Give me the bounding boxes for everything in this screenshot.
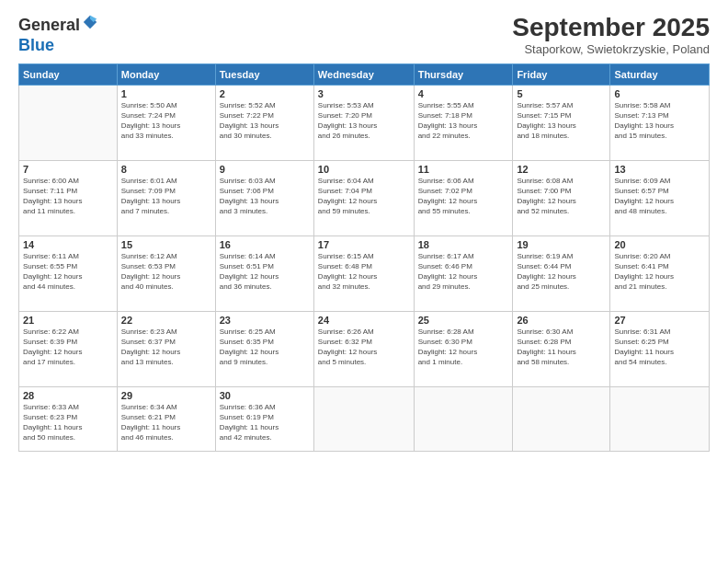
day-info: Sunrise: 6:12 AMSunset: 6:53 PMDaylight:… xyxy=(121,251,211,293)
day-number: 17 xyxy=(318,239,410,250)
day-info: Sunrise: 6:03 AMSunset: 7:06 PMDaylight:… xyxy=(220,176,310,217)
day-info: Sunrise: 6:28 AMSunset: 6:30 PMDaylight:… xyxy=(418,327,509,368)
day-number: 18 xyxy=(418,239,509,250)
day-number: 29 xyxy=(121,390,211,401)
day-number: 7 xyxy=(23,164,113,175)
calendar-cell: 24Sunrise: 6:26 AMSunset: 6:32 PMDayligh… xyxy=(313,311,414,386)
col-wednesday: Wednesday xyxy=(313,63,414,85)
day-number: 22 xyxy=(121,315,211,326)
calendar-cell: 26Sunrise: 6:30 AMSunset: 6:28 PMDayligh… xyxy=(513,311,610,386)
month-title: September 2025 xyxy=(512,14,710,42)
day-number: 3 xyxy=(318,88,410,99)
day-number: 23 xyxy=(220,315,310,326)
day-number: 28 xyxy=(23,390,113,401)
day-number: 1 xyxy=(121,88,211,99)
day-info: Sunrise: 6:22 AMSunset: 6:39 PMDaylight:… xyxy=(23,327,113,368)
page-header: General Blue September 2025 Staporkow, S… xyxy=(18,14,710,56)
calendar-cell: 28Sunrise: 6:33 AMSunset: 6:23 PMDayligh… xyxy=(19,386,118,451)
calendar-cell: 14Sunrise: 6:11 AMSunset: 6:55 PMDayligh… xyxy=(19,236,118,311)
calendar-header-row: Sunday Monday Tuesday Wednesday Thursday… xyxy=(19,63,710,85)
day-info: Sunrise: 6:06 AMSunset: 7:02 PMDaylight:… xyxy=(418,176,509,217)
calendar-cell xyxy=(313,386,414,451)
day-info: Sunrise: 6:20 AMSunset: 6:41 PMDaylight:… xyxy=(614,251,705,293)
day-number: 25 xyxy=(418,315,509,326)
col-thursday: Thursday xyxy=(414,63,513,85)
day-info: Sunrise: 6:23 AMSunset: 6:37 PMDaylight:… xyxy=(121,327,211,368)
day-info: Sunrise: 5:50 AMSunset: 7:24 PMDaylight:… xyxy=(121,100,211,142)
calendar-cell xyxy=(19,85,118,160)
day-info: Sunrise: 6:14 AMSunset: 6:51 PMDaylight:… xyxy=(220,251,310,293)
day-info: Sunrise: 6:34 AMSunset: 6:21 PMDaylight:… xyxy=(121,402,211,443)
day-info: Sunrise: 6:26 AMSunset: 6:32 PMDaylight:… xyxy=(318,327,410,368)
calendar-cell: 5Sunrise: 5:57 AMSunset: 7:15 PMDaylight… xyxy=(513,85,610,160)
calendar-cell: 2Sunrise: 5:52 AMSunset: 7:22 PMDaylight… xyxy=(215,85,313,160)
calendar-cell: 27Sunrise: 6:31 AMSunset: 6:25 PMDayligh… xyxy=(610,311,710,386)
calendar-cell: 15Sunrise: 6:12 AMSunset: 6:53 PMDayligh… xyxy=(117,236,215,311)
calendar-cell: 12Sunrise: 6:08 AMSunset: 7:00 PMDayligh… xyxy=(513,160,610,236)
day-number: 11 xyxy=(418,164,509,175)
logo: General Blue xyxy=(18,14,98,55)
col-monday: Monday xyxy=(117,63,215,85)
calendar-cell: 29Sunrise: 6:34 AMSunset: 6:21 PMDayligh… xyxy=(117,386,215,451)
day-info: Sunrise: 6:11 AMSunset: 6:55 PMDaylight:… xyxy=(23,251,113,293)
day-info: Sunrise: 5:58 AMSunset: 7:13 PMDaylight:… xyxy=(614,100,705,142)
day-number: 5 xyxy=(517,88,606,99)
day-info: Sunrise: 6:08 AMSunset: 7:00 PMDaylight:… xyxy=(517,176,606,217)
calendar-cell xyxy=(610,386,710,451)
calendar-cell: 23Sunrise: 6:25 AMSunset: 6:35 PMDayligh… xyxy=(215,311,313,386)
calendar-cell: 18Sunrise: 6:17 AMSunset: 6:46 PMDayligh… xyxy=(414,236,513,311)
day-info: Sunrise: 5:53 AMSunset: 7:20 PMDaylight:… xyxy=(318,100,410,142)
day-number: 13 xyxy=(614,164,705,175)
day-number: 24 xyxy=(318,315,410,326)
day-info: Sunrise: 5:55 AMSunset: 7:18 PMDaylight:… xyxy=(418,100,509,142)
calendar-cell: 22Sunrise: 6:23 AMSunset: 6:37 PMDayligh… xyxy=(117,311,215,386)
calendar-cell: 9Sunrise: 6:03 AMSunset: 7:06 PMDaylight… xyxy=(215,160,313,236)
calendar-cell: 3Sunrise: 5:53 AMSunset: 7:20 PMDaylight… xyxy=(313,85,414,160)
day-number: 20 xyxy=(614,239,705,250)
day-info: Sunrise: 5:57 AMSunset: 7:15 PMDaylight:… xyxy=(517,100,606,142)
calendar-cell: 20Sunrise: 6:20 AMSunset: 6:41 PMDayligh… xyxy=(610,236,710,311)
day-number: 14 xyxy=(23,239,113,250)
col-tuesday: Tuesday xyxy=(215,63,313,85)
calendar-cell xyxy=(414,386,513,451)
calendar-cell: 25Sunrise: 6:28 AMSunset: 6:30 PMDayligh… xyxy=(414,311,513,386)
calendar-cell: 1Sunrise: 5:50 AMSunset: 7:24 PMDaylight… xyxy=(117,85,215,160)
calendar-cell: 6Sunrise: 5:58 AMSunset: 7:13 PMDaylight… xyxy=(610,85,710,160)
logo-general-text: General xyxy=(18,16,80,34)
day-number: 27 xyxy=(614,315,705,326)
day-number: 4 xyxy=(418,88,509,99)
day-info: Sunrise: 6:31 AMSunset: 6:25 PMDaylight:… xyxy=(614,327,705,368)
col-saturday: Saturday xyxy=(610,63,710,85)
calendar-cell: 11Sunrise: 6:06 AMSunset: 7:02 PMDayligh… xyxy=(414,160,513,236)
col-friday: Friday xyxy=(513,63,610,85)
calendar-cell: 8Sunrise: 6:01 AMSunset: 7:09 PMDaylight… xyxy=(117,160,215,236)
day-info: Sunrise: 6:33 AMSunset: 6:23 PMDaylight:… xyxy=(23,402,113,443)
day-info: Sunrise: 6:01 AMSunset: 7:09 PMDaylight:… xyxy=(121,176,211,217)
title-block: September 2025 Staporkow, Swietokrzyskie… xyxy=(512,14,710,56)
day-number: 19 xyxy=(517,239,606,250)
calendar-cell: 16Sunrise: 6:14 AMSunset: 6:51 PMDayligh… xyxy=(215,236,313,311)
day-info: Sunrise: 6:00 AMSunset: 7:11 PMDaylight:… xyxy=(23,176,113,217)
day-info: Sunrise: 6:17 AMSunset: 6:46 PMDaylight:… xyxy=(418,251,509,293)
calendar-cell xyxy=(513,386,610,451)
day-number: 6 xyxy=(614,88,705,99)
calendar-cell: 30Sunrise: 6:36 AMSunset: 6:19 PMDayligh… xyxy=(215,386,313,451)
day-number: 26 xyxy=(517,315,606,326)
day-info: Sunrise: 6:36 AMSunset: 6:19 PMDaylight:… xyxy=(220,402,310,443)
day-number: 12 xyxy=(517,164,606,175)
day-info: Sunrise: 6:04 AMSunset: 7:04 PMDaylight:… xyxy=(318,176,410,217)
day-number: 2 xyxy=(220,88,310,99)
day-info: Sunrise: 6:09 AMSunset: 6:57 PMDaylight:… xyxy=(614,176,705,217)
calendar-cell: 17Sunrise: 6:15 AMSunset: 6:48 PMDayligh… xyxy=(313,236,414,311)
day-number: 16 xyxy=(220,239,310,250)
day-number: 9 xyxy=(220,164,310,175)
calendar-cell: 13Sunrise: 6:09 AMSunset: 6:57 PMDayligh… xyxy=(610,160,710,236)
day-number: 21 xyxy=(23,315,113,326)
day-number: 30 xyxy=(220,390,310,401)
day-info: Sunrise: 6:25 AMSunset: 6:35 PMDaylight:… xyxy=(220,327,310,368)
calendar-table: Sunday Monday Tuesday Wednesday Thursday… xyxy=(18,63,710,452)
calendar-cell: 7Sunrise: 6:00 AMSunset: 7:11 PMDaylight… xyxy=(19,160,118,236)
calendar-cell: 19Sunrise: 6:19 AMSunset: 6:44 PMDayligh… xyxy=(513,236,610,311)
calendar-cell: 10Sunrise: 6:04 AMSunset: 7:04 PMDayligh… xyxy=(313,160,414,236)
day-number: 8 xyxy=(121,164,211,175)
